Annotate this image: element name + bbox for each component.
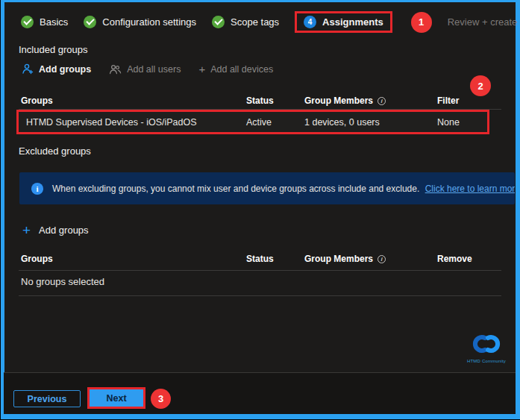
group-name-cell[interactable]: HTMD Supervised Devices - iOS/iPadOS (26, 117, 246, 128)
info-icon[interactable]: i (378, 97, 386, 105)
info-banner-text: When excluding groups, you cannot mix us… (52, 184, 515, 194)
tab-basics[interactable]: Basics (21, 16, 68, 28)
excluded-add-groups-label: Add groups (39, 225, 89, 236)
tab-review-create[interactable]: Review + create (448, 16, 518, 28)
check-circle-icon (84, 16, 96, 28)
add-all-devices-label: Add all devices (210, 64, 273, 75)
col-groups: Groups (19, 95, 246, 106)
assignments-wizard-screen: Basics Configuration settings Scope tags… (0, 0, 520, 420)
filter-cell[interactable]: None (437, 117, 487, 128)
annotation-step-3: 3 (151, 389, 171, 409)
table-bottom-divider (19, 295, 501, 296)
tab-label: Basics (40, 16, 68, 28)
members-cell[interactable]: 1 devices, 0 users (304, 117, 437, 128)
col-group-members-label: Group Members (304, 254, 373, 264)
htmd-community-logo: HTMD Community (463, 333, 510, 363)
add-all-users-button[interactable]: Add all users (109, 64, 181, 75)
tab-scope-tags[interactable]: Scope tags (212, 16, 279, 28)
info-banner-icon: i (31, 183, 43, 195)
next-button[interactable]: Next (90, 389, 143, 407)
table-header-divider (19, 270, 501, 271)
col-remove: Remove (437, 254, 501, 264)
included-groups-heading: Included groups (19, 44, 88, 55)
col-status: Status (246, 254, 304, 264)
tab-label: Assignments (322, 16, 383, 28)
info-icon[interactable]: i (378, 255, 386, 263)
tab-label: Review + create (448, 16, 518, 28)
tab-assignments[interactable]: 4 Assignments (304, 16, 383, 28)
annotation-step-1: 1 (411, 12, 432, 33)
htmd-logo-icon (469, 333, 504, 355)
tab-configuration-settings[interactable]: Configuration settings (84, 16, 196, 28)
step-number-icon: 4 (304, 16, 316, 28)
col-filter: Filter (437, 95, 501, 106)
annotation-box-included-row: HTMD Supervised Devices - iOS/iPadOS Act… (16, 110, 489, 134)
plus-icon: + (198, 63, 205, 75)
included-groups-toolbar: Add groups Add all users + Add all devic… (22, 63, 273, 75)
excluded-table-header: Groups Status Group Members i Remove (19, 254, 501, 264)
learn-more-link[interactable]: Click here to learn more about (425, 184, 515, 194)
add-all-devices-button[interactable]: + Add all devices (198, 63, 273, 75)
col-group-members: Group Members i (304, 95, 437, 106)
col-status: Status (246, 95, 304, 106)
check-circle-icon (21, 16, 34, 28)
tab-label: Scope tags (231, 16, 279, 28)
annotation-step-2: 2 (470, 75, 491, 96)
check-circle-icon (212, 16, 225, 28)
plus-icon: + (22, 223, 31, 237)
person-add-icon (22, 63, 34, 75)
annotation-box-assignments: 4 Assignments (295, 11, 392, 33)
no-groups-selected-text: No groups selected (21, 276, 104, 287)
included-table-header: Groups Status Group Members i Filter (19, 95, 501, 106)
add-all-users-label: Add all users (127, 64, 181, 75)
col-group-members: Group Members i (304, 254, 437, 264)
htmd-logo-text: HTMD Community (463, 359, 510, 363)
info-banner-message: When excluding groups, you cannot mix us… (52, 184, 419, 194)
annotation-box-next: Next (87, 387, 145, 409)
excluded-add-groups-button[interactable]: + Add groups (22, 223, 89, 237)
add-groups-label: Add groups (39, 64, 91, 75)
excluded-groups-heading: Excluded groups (19, 145, 91, 157)
tab-label: Configuration settings (102, 16, 196, 28)
people-icon (109, 64, 122, 75)
wizard-step-tabs: Basics Configuration settings Scope tags… (21, 10, 517, 34)
status-cell: Active (246, 117, 304, 128)
col-groups: Groups (19, 254, 246, 264)
info-banner: i When excluding groups, you cannot mix … (19, 172, 515, 204)
col-group-members-label: Group Members (304, 95, 373, 106)
previous-button[interactable]: Previous (13, 390, 81, 407)
add-groups-button[interactable]: Add groups (22, 63, 91, 75)
